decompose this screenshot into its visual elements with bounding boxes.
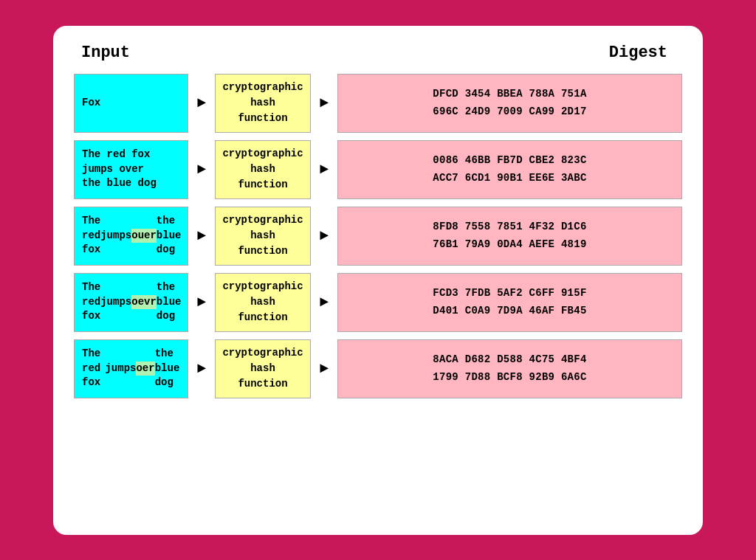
digest-box: 8ACA D682 D588 4C75 4BF41799 7D88 BCF8 9… bbox=[337, 339, 682, 398]
hash-function-box: cryptographic hash function bbox=[215, 207, 311, 266]
input-box: Fox bbox=[74, 74, 188, 133]
hash-row: The red foxjumps ouerthe blue dog►crypto… bbox=[74, 207, 682, 266]
hash-function-box: cryptographic hash function bbox=[215, 74, 311, 133]
main-card: Input Digest Fox►cryptographic hash func… bbox=[53, 26, 703, 535]
hash-function-box: cryptographic hash function bbox=[215, 339, 311, 398]
hash-function-box: cryptographic hash function bbox=[215, 140, 311, 199]
arrow-icon: ► bbox=[188, 94, 215, 111]
hash-row: The red fox jumps over the blue dog►cryp… bbox=[74, 140, 682, 199]
arrow-icon: ► bbox=[188, 294, 215, 311]
hash-function-box: cryptographic hash function bbox=[215, 273, 311, 332]
input-header: Input bbox=[81, 44, 130, 62]
arrow2-icon: ► bbox=[311, 227, 337, 244]
arrow2-icon: ► bbox=[311, 161, 337, 178]
input-box: The red fox jumps over the blue dog bbox=[74, 140, 188, 199]
arrow2-icon: ► bbox=[311, 94, 337, 111]
digest-header: Digest bbox=[130, 44, 675, 62]
hash-row: The red foxjumps oerthe blue dog►cryptog… bbox=[74, 339, 682, 398]
arrow2-icon: ► bbox=[311, 294, 337, 311]
arrow-icon: ► bbox=[188, 360, 215, 377]
digest-box: FCD3 7FDB 5AF2 C6FF 915FD401 C0A9 7D9A 4… bbox=[337, 273, 682, 332]
arrow-icon: ► bbox=[188, 161, 215, 178]
arrow2-icon: ► bbox=[311, 360, 337, 377]
digest-box: 0086 46BB FB7D CBE2 823CACC7 6CD1 90B1 E… bbox=[337, 140, 682, 199]
rows-container: Fox►cryptographic hash function►DFCD 345… bbox=[74, 74, 682, 398]
hash-row: Fox►cryptographic hash function►DFCD 345… bbox=[74, 74, 682, 133]
input-box: The red foxjumps ouerthe blue dog bbox=[74, 207, 188, 266]
hash-row: The red foxjumps oevrthe blue dog►crypto… bbox=[74, 273, 682, 332]
digest-box: DFCD 3454 BBEA 788A 751A696C 24D9 7009 C… bbox=[337, 74, 682, 133]
header-row: Input Digest bbox=[74, 44, 682, 62]
arrow-icon: ► bbox=[188, 227, 215, 244]
digest-box: 8FD8 7558 7851 4F32 D1C676B1 79A9 0DA4 A… bbox=[337, 207, 682, 266]
input-box: The red foxjumps oerthe blue dog bbox=[74, 339, 188, 398]
input-box: The red foxjumps oevrthe blue dog bbox=[74, 273, 188, 332]
